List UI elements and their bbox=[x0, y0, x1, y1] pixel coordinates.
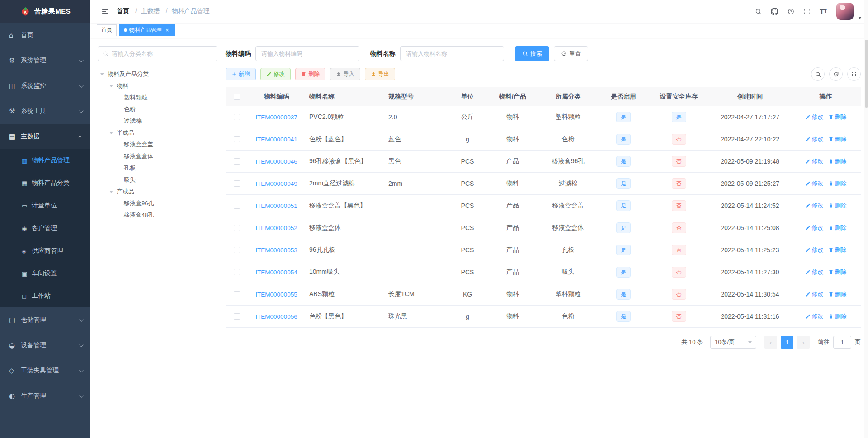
sidebar-item[interactable]: 系统管理 bbox=[0, 48, 90, 73]
material-code-link[interactable]: ITEM00000041 bbox=[255, 136, 297, 143]
goto-page-input[interactable] bbox=[833, 336, 851, 349]
enabled-badge[interactable]: 是 bbox=[616, 222, 631, 233]
sidebar-item[interactable]: 工作站 bbox=[0, 285, 90, 307]
tree-node[interactable]: 色粉 bbox=[98, 104, 217, 115]
enabled-badge[interactable]: 是 bbox=[616, 200, 631, 211]
safety-stock-badge[interactable]: 否 bbox=[672, 311, 686, 322]
tab[interactable]: 首页 bbox=[97, 24, 117, 36]
material-code-link[interactable]: ITEM00000053 bbox=[255, 247, 297, 254]
refresh-icon[interactable] bbox=[829, 67, 843, 81]
material-code-link[interactable]: ITEM00000055 bbox=[255, 291, 297, 298]
enabled-badge[interactable]: 是 bbox=[616, 267, 631, 278]
sidebar-item[interactable]: 计量单位 bbox=[0, 194, 90, 217]
row-checkbox[interactable] bbox=[234, 136, 240, 142]
code-input[interactable] bbox=[255, 46, 359, 61]
sidebar-item[interactable]: 仓储管理 bbox=[0, 307, 90, 333]
safety-stock-badge[interactable]: 否 bbox=[672, 156, 686, 167]
question-icon[interactable] bbox=[784, 0, 797, 23]
tree-node[interactable]: 移液盒盒盖 bbox=[98, 139, 217, 151]
row-edit-link[interactable]: 修改 bbox=[805, 224, 824, 232]
safety-stock-badge[interactable]: 否 bbox=[672, 245, 686, 255]
tree-node[interactable]: 移液盒96孔 bbox=[98, 198, 217, 209]
row-delete-link[interactable]: 删除 bbox=[828, 312, 847, 320]
sidebar-item[interactable]: 工装夹具管理 bbox=[0, 358, 90, 383]
search-toggle-icon[interactable] bbox=[811, 67, 825, 81]
tree-node[interactable]: 孔板 bbox=[98, 162, 217, 174]
enabled-badge[interactable]: 是 bbox=[616, 245, 631, 255]
caret-down-icon[interactable] bbox=[858, 17, 862, 19]
enabled-badge[interactable]: 是 bbox=[616, 156, 631, 167]
row-delete-link[interactable]: 删除 bbox=[828, 179, 847, 188]
material-code-link[interactable]: ITEM00000049 bbox=[255, 180, 297, 187]
row-edit-link[interactable]: 修改 bbox=[805, 290, 824, 298]
font-size-icon[interactable]: TT bbox=[816, 0, 830, 23]
row-delete-link[interactable]: 删除 bbox=[828, 135, 847, 143]
tree-node[interactable]: 吸头 bbox=[98, 174, 217, 186]
add-button[interactable]: 新增 bbox=[226, 68, 256, 80]
tree-node[interactable]: 过滤棉 bbox=[98, 115, 217, 127]
caret-down-icon[interactable] bbox=[109, 85, 113, 87]
safety-stock-badge[interactable]: 否 bbox=[672, 289, 686, 300]
material-code-link[interactable]: ITEM00000054 bbox=[255, 269, 297, 276]
tree-node[interactable]: 塑料颗粒 bbox=[98, 92, 217, 104]
material-code-link[interactable]: ITEM00000056 bbox=[255, 313, 297, 320]
columns-icon[interactable] bbox=[847, 67, 861, 81]
tree-node[interactable]: 产成品 bbox=[98, 186, 217, 198]
sidebar-item[interactable]: 首页 bbox=[0, 23, 90, 48]
search-icon[interactable] bbox=[751, 0, 765, 23]
sidebar-item[interactable]: 供应商管理 bbox=[0, 240, 90, 262]
next-page-button[interactable] bbox=[797, 336, 810, 349]
caret-down-icon[interactable] bbox=[100, 73, 104, 75]
row-checkbox[interactable] bbox=[234, 291, 240, 297]
row-edit-link[interactable]: 修改 bbox=[805, 268, 824, 276]
sidebar-item[interactable]: 生产管理 bbox=[0, 383, 90, 409]
search-button[interactable]: 搜索 bbox=[515, 46, 549, 61]
row-delete-link[interactable]: 删除 bbox=[828, 113, 847, 121]
row-edit-link[interactable]: 修改 bbox=[805, 135, 824, 143]
breadcrumb-item[interactable]: 物料产品管理 bbox=[172, 7, 210, 15]
sidebar-item[interactable]: 系统监控 bbox=[0, 73, 90, 99]
safety-stock-badge[interactable]: 否 bbox=[672, 178, 686, 189]
material-code-link[interactable]: ITEM00000046 bbox=[255, 158, 297, 165]
row-delete-link[interactable]: 删除 bbox=[828, 290, 847, 298]
enabled-badge[interactable]: 是 bbox=[616, 178, 631, 189]
sidebar-item[interactable]: 车间设置 bbox=[0, 262, 90, 285]
delete-button[interactable]: 删除 bbox=[295, 68, 326, 80]
sidebar-item[interactable]: 物料产品分类 bbox=[0, 172, 90, 194]
row-checkbox[interactable] bbox=[234, 313, 240, 320]
safety-stock-badge[interactable]: 否 bbox=[672, 222, 686, 233]
sidebar-item[interactable]: 系统工具 bbox=[0, 99, 90, 124]
page-size-select[interactable]: 10条/页 bbox=[710, 336, 756, 349]
scrollbar-thumb[interactable] bbox=[865, 40, 868, 108]
export-button[interactable]: 导出 bbox=[365, 68, 395, 80]
sidebar-item[interactable]: 主数据 bbox=[0, 124, 90, 149]
row-edit-link[interactable]: 修改 bbox=[805, 312, 824, 320]
app-logo[interactable]: K 苦糖果MES bbox=[0, 0, 90, 23]
fullscreen-icon[interactable] bbox=[800, 0, 814, 23]
enabled-badge[interactable]: 是 bbox=[616, 311, 631, 322]
category-search-input[interactable] bbox=[112, 50, 212, 57]
breadcrumb-item[interactable]: 主数据 bbox=[141, 7, 172, 15]
tree-node[interactable]: 半成品 bbox=[98, 127, 217, 139]
row-checkbox[interactable] bbox=[234, 158, 240, 165]
safety-stock-badge[interactable]: 否 bbox=[672, 267, 686, 278]
tab-close-icon[interactable] bbox=[164, 27, 170, 33]
row-edit-link[interactable]: 修改 bbox=[805, 113, 824, 121]
select-all-checkbox[interactable] bbox=[234, 94, 240, 100]
caret-down-icon[interactable] bbox=[109, 191, 113, 193]
safety-stock-badge[interactable]: 否 bbox=[672, 134, 686, 145]
row-checkbox[interactable] bbox=[234, 180, 240, 187]
prev-page-button[interactable] bbox=[764, 336, 777, 349]
material-code-link[interactable]: ITEM00000052 bbox=[255, 225, 297, 231]
avatar[interactable] bbox=[836, 3, 854, 20]
row-checkbox[interactable] bbox=[234, 269, 240, 275]
row-delete-link[interactable]: 删除 bbox=[828, 202, 847, 210]
row-delete-link[interactable]: 删除 bbox=[828, 268, 847, 276]
sidebar-item[interactable]: 物料产品管理 bbox=[0, 149, 90, 172]
tree-node[interactable]: 移液盒48孔 bbox=[98, 209, 217, 221]
breadcrumb-item[interactable]: 首页 bbox=[117, 7, 141, 15]
material-code-link[interactable]: ITEM00000051 bbox=[255, 203, 297, 209]
safety-stock-badge[interactable]: 否 bbox=[672, 200, 686, 211]
row-checkbox[interactable] bbox=[234, 247, 240, 253]
caret-down-icon[interactable] bbox=[109, 132, 113, 134]
